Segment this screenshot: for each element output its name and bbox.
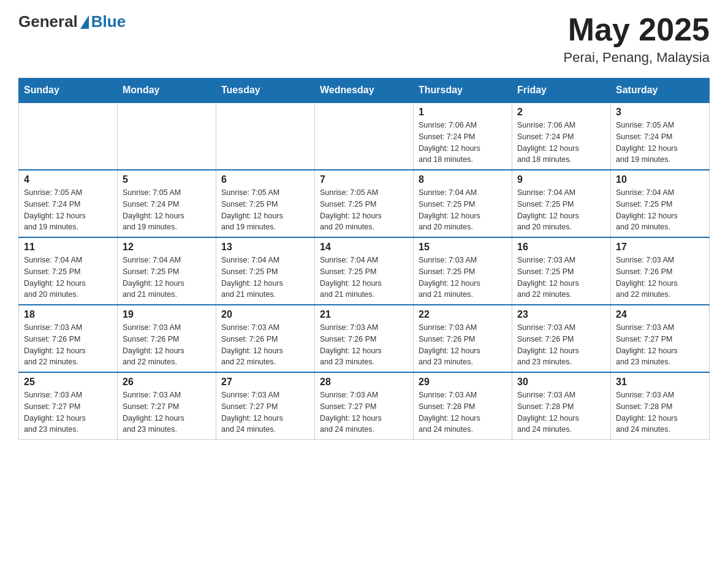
day-number: 2 (517, 107, 605, 118)
day-info: Sunrise: 7:04 AMSunset: 7:25 PMDaylight:… (123, 255, 211, 301)
day-number: 4 (24, 174, 112, 185)
day-number: 9 (517, 174, 605, 185)
day-number: 16 (517, 242, 605, 253)
page-header: General Blue May 2025 Perai, Penang, Mal… (18, 12, 710, 66)
day-info: Sunrise: 7:03 AMSunset: 7:26 PMDaylight:… (616, 255, 704, 301)
day-number: 17 (616, 242, 704, 253)
table-row (315, 102, 414, 170)
logo-general: General (18, 12, 78, 31)
day-info: Sunrise: 7:03 AMSunset: 7:26 PMDaylight:… (24, 322, 112, 368)
location-subtitle: Perai, Penang, Malaysia (564, 50, 710, 66)
day-number: 7 (320, 174, 408, 185)
day-number: 5 (123, 174, 211, 185)
month-year-title: May 2025 (564, 12, 710, 47)
calendar-week-5: 25Sunrise: 7:03 AMSunset: 7:27 PMDayligh… (19, 372, 710, 440)
day-number: 11 (24, 242, 112, 253)
col-saturday: Saturday (611, 79, 710, 103)
day-number: 26 (123, 377, 211, 388)
day-info: Sunrise: 7:04 AMSunset: 7:25 PMDaylight:… (517, 187, 605, 233)
day-info: Sunrise: 7:03 AMSunset: 7:26 PMDaylight:… (419, 322, 507, 368)
table-row: 20Sunrise: 7:03 AMSunset: 7:26 PMDayligh… (216, 305, 315, 372)
table-row: 8Sunrise: 7:04 AMSunset: 7:25 PMDaylight… (414, 170, 512, 237)
table-row: 18Sunrise: 7:03 AMSunset: 7:26 PMDayligh… (19, 305, 118, 372)
day-info: Sunrise: 7:03 AMSunset: 7:27 PMDaylight:… (320, 389, 408, 435)
calendar-week-2: 4Sunrise: 7:05 AMSunset: 7:24 PMDaylight… (19, 170, 710, 237)
day-number: 6 (221, 174, 309, 185)
day-info: Sunrise: 7:03 AMSunset: 7:26 PMDaylight:… (320, 322, 408, 368)
table-row: 17Sunrise: 7:03 AMSunset: 7:26 PMDayligh… (611, 237, 710, 305)
day-info: Sunrise: 7:05 AMSunset: 7:25 PMDaylight:… (221, 187, 309, 233)
day-info: Sunrise: 7:03 AMSunset: 7:25 PMDaylight:… (517, 255, 605, 301)
day-number: 18 (24, 309, 112, 320)
day-info: Sunrise: 7:03 AMSunset: 7:27 PMDaylight:… (24, 389, 112, 435)
table-row (19, 102, 118, 170)
day-info: Sunrise: 7:04 AMSunset: 7:25 PMDaylight:… (221, 255, 309, 301)
day-info: Sunrise: 7:03 AMSunset: 7:27 PMDaylight:… (221, 389, 309, 435)
table-row (118, 102, 216, 170)
day-info: Sunrise: 7:03 AMSunset: 7:25 PMDaylight:… (419, 255, 507, 301)
day-info: Sunrise: 7:03 AMSunset: 7:27 PMDaylight:… (123, 389, 211, 435)
calendar-week-3: 11Sunrise: 7:04 AMSunset: 7:25 PMDayligh… (19, 237, 710, 305)
logo-blue: Blue (91, 12, 126, 31)
col-tuesday: Tuesday (216, 79, 315, 103)
table-row (216, 102, 315, 170)
table-row: 11Sunrise: 7:04 AMSunset: 7:25 PMDayligh… (19, 237, 118, 305)
day-info: Sunrise: 7:05 AMSunset: 7:24 PMDaylight:… (24, 187, 112, 233)
day-info: Sunrise: 7:03 AMSunset: 7:28 PMDaylight:… (419, 389, 507, 435)
calendar-week-4: 18Sunrise: 7:03 AMSunset: 7:26 PMDayligh… (19, 305, 710, 372)
day-number: 13 (221, 242, 309, 253)
day-number: 15 (419, 242, 507, 253)
logo-triangle-icon (80, 15, 89, 29)
day-number: 3 (616, 107, 704, 118)
table-row: 4Sunrise: 7:05 AMSunset: 7:24 PMDaylight… (19, 170, 118, 237)
day-info: Sunrise: 7:05 AMSunset: 7:24 PMDaylight:… (616, 120, 704, 166)
table-row: 13Sunrise: 7:04 AMSunset: 7:25 PMDayligh… (216, 237, 315, 305)
day-number: 23 (517, 309, 605, 320)
day-info: Sunrise: 7:05 AMSunset: 7:24 PMDaylight:… (123, 187, 211, 233)
day-number: 22 (419, 309, 507, 320)
day-number: 28 (320, 377, 408, 388)
table-row: 24Sunrise: 7:03 AMSunset: 7:27 PMDayligh… (611, 305, 710, 372)
col-sunday: Sunday (19, 79, 118, 103)
title-section: May 2025 Perai, Penang, Malaysia (564, 12, 710, 66)
day-number: 1 (419, 107, 507, 118)
day-info: Sunrise: 7:03 AMSunset: 7:28 PMDaylight:… (517, 389, 605, 435)
table-row: 14Sunrise: 7:04 AMSunset: 7:25 PMDayligh… (315, 237, 414, 305)
table-row: 9Sunrise: 7:04 AMSunset: 7:25 PMDaylight… (512, 170, 611, 237)
logo: General Blue (18, 12, 126, 31)
table-row: 27Sunrise: 7:03 AMSunset: 7:27 PMDayligh… (216, 372, 315, 440)
day-number: 10 (616, 174, 704, 185)
table-row: 12Sunrise: 7:04 AMSunset: 7:25 PMDayligh… (118, 237, 216, 305)
table-row: 28Sunrise: 7:03 AMSunset: 7:27 PMDayligh… (315, 372, 414, 440)
table-row: 5Sunrise: 7:05 AMSunset: 7:24 PMDaylight… (118, 170, 216, 237)
day-info: Sunrise: 7:03 AMSunset: 7:26 PMDaylight:… (517, 322, 605, 368)
table-row: 19Sunrise: 7:03 AMSunset: 7:26 PMDayligh… (118, 305, 216, 372)
day-number: 8 (419, 174, 507, 185)
table-row: 2Sunrise: 7:06 AMSunset: 7:24 PMDaylight… (512, 102, 611, 170)
day-number: 19 (123, 309, 211, 320)
day-info: Sunrise: 7:03 AMSunset: 7:27 PMDaylight:… (616, 322, 704, 368)
table-row: 23Sunrise: 7:03 AMSunset: 7:26 PMDayligh… (512, 305, 611, 372)
calendar-week-1: 1Sunrise: 7:06 AMSunset: 7:24 PMDaylight… (19, 102, 710, 170)
day-number: 27 (221, 377, 309, 388)
table-row: 10Sunrise: 7:04 AMSunset: 7:25 PMDayligh… (611, 170, 710, 237)
table-row: 1Sunrise: 7:06 AMSunset: 7:24 PMDaylight… (414, 102, 512, 170)
day-number: 12 (123, 242, 211, 253)
col-thursday: Thursday (414, 79, 512, 103)
col-wednesday: Wednesday (315, 79, 414, 103)
table-row: 29Sunrise: 7:03 AMSunset: 7:28 PMDayligh… (414, 372, 512, 440)
calendar-table: Sunday Monday Tuesday Wednesday Thursday… (18, 78, 710, 440)
col-monday: Monday (118, 79, 216, 103)
day-info: Sunrise: 7:04 AMSunset: 7:25 PMDaylight:… (24, 255, 112, 301)
table-row: 16Sunrise: 7:03 AMSunset: 7:25 PMDayligh… (512, 237, 611, 305)
day-info: Sunrise: 7:06 AMSunset: 7:24 PMDaylight:… (517, 120, 605, 166)
table-row: 21Sunrise: 7:03 AMSunset: 7:26 PMDayligh… (315, 305, 414, 372)
day-info: Sunrise: 7:03 AMSunset: 7:26 PMDaylight:… (221, 322, 309, 368)
day-number: 24 (616, 309, 704, 320)
day-info: Sunrise: 7:04 AMSunset: 7:25 PMDaylight:… (320, 255, 408, 301)
day-number: 25 (24, 377, 112, 388)
table-row: 6Sunrise: 7:05 AMSunset: 7:25 PMDaylight… (216, 170, 315, 237)
table-row: 26Sunrise: 7:03 AMSunset: 7:27 PMDayligh… (118, 372, 216, 440)
day-number: 30 (517, 377, 605, 388)
col-friday: Friday (512, 79, 611, 103)
